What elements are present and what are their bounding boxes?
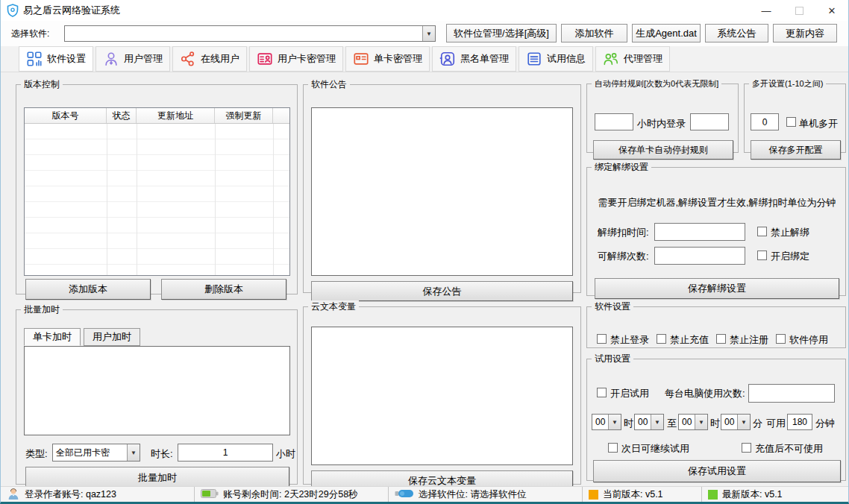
system-notice-button[interactable]: 系统公告 bbox=[705, 24, 768, 42]
version-table-header: 版本号 状态 更新地址 强制更新 bbox=[25, 108, 289, 124]
multi-open-count-input[interactable] bbox=[751, 113, 779, 130]
enable-bind-checkbox[interactable] bbox=[757, 251, 767, 260]
forbid-login-checkbox[interactable] bbox=[597, 334, 607, 344]
save-announcement-button[interactable]: 保存公告 bbox=[311, 281, 573, 301]
usb-drive-icon bbox=[395, 488, 414, 501]
toolbar: 选择软件: ▼ 软件位管理/选择[高级] 添加软件 生成Agent.dat 系统… bbox=[1, 21, 848, 46]
start-minute-value: 00 bbox=[635, 415, 651, 429]
next-day-trial-checkbox[interactable] bbox=[608, 443, 618, 453]
end-minute-combobox[interactable]: 00 ▼ bbox=[721, 414, 751, 430]
save-multi-open-button[interactable]: 保存多开配置 bbox=[751, 140, 841, 160]
available-label: 可用 bbox=[766, 417, 786, 430]
battery-icon bbox=[201, 488, 219, 501]
close-button[interactable]: ✕ bbox=[815, 0, 848, 21]
latest-version-icon bbox=[708, 490, 718, 500]
maximize-button[interactable] bbox=[783, 0, 815, 21]
unbind-deduct-time-input[interactable] bbox=[654, 223, 745, 241]
add-version-button[interactable]: 添加版本 bbox=[25, 279, 151, 300]
no-use-after-recharge-label: 充值后不可使用 bbox=[755, 442, 823, 456]
window-title: 易之盾云网络验证系统 bbox=[23, 4, 120, 17]
unbind-deduct-time-label: 解绑扣时间: bbox=[598, 226, 649, 239]
modules-icon bbox=[26, 51, 43, 67]
save-trial-settings-button[interactable]: 保存试用设置 bbox=[593, 460, 841, 482]
delete-version-button[interactable]: 删除版本 bbox=[161, 279, 286, 300]
ban-hours-input[interactable] bbox=[595, 113, 633, 130]
single-machine-multi-open-checkbox[interactable] bbox=[786, 117, 796, 127]
enable-trial-checkbox[interactable] bbox=[597, 388, 607, 397]
slot-manage-button[interactable]: 软件位管理/选择[高级] bbox=[446, 24, 557, 42]
ban-login-count-input[interactable] bbox=[690, 113, 729, 130]
batch-duration-input[interactable] bbox=[178, 444, 273, 462]
start-hour-combobox[interactable]: 00 ▼ bbox=[592, 414, 621, 430]
trial-available-minutes-input[interactable] bbox=[787, 414, 812, 430]
tab-user-management[interactable]: 用户管理 bbox=[95, 46, 170, 72]
tab-user-add-time[interactable]: 用户加时 bbox=[84, 328, 140, 346]
forbid-register-checkbox[interactable] bbox=[716, 334, 726, 344]
save-auto-ban-button[interactable]: 保存单卡自动停封规则 bbox=[593, 140, 733, 160]
trial-per-pc-count-input[interactable] bbox=[748, 384, 835, 403]
add-software-button[interactable]: 添加软件 bbox=[561, 24, 627, 42]
share-nodes-icon bbox=[180, 51, 196, 67]
ban-middle-label: 小时内登录 bbox=[637, 117, 686, 130]
header-update-url[interactable]: 更新地址 bbox=[137, 108, 215, 123]
current-version-icon bbox=[589, 490, 598, 500]
tab-agent-management[interactable]: 代理管理 bbox=[595, 46, 670, 72]
select-software-combobox[interactable]: ▼ bbox=[64, 25, 436, 42]
start-minute-combobox[interactable]: 00 ▼ bbox=[634, 414, 664, 430]
dropdown-arrow-icon[interactable]: ▼ bbox=[608, 415, 621, 429]
cloud-text-title: 云文本变量 bbox=[308, 300, 359, 313]
status-software-slot: 选择软件位: 请选择软件位 bbox=[388, 487, 582, 502]
dropdown-arrow-icon[interactable]: ▼ bbox=[127, 444, 140, 461]
forbid-unbind-checkbox[interactable] bbox=[757, 227, 767, 236]
dropdown-arrow-icon[interactable]: ▼ bbox=[695, 415, 707, 429]
generate-agent-button[interactable]: 生成Agent.dat bbox=[632, 24, 701, 42]
tab-software-settings[interactable]: 软件设置 bbox=[19, 46, 93, 72]
unbind-times-input[interactable] bbox=[654, 247, 745, 265]
card-icon bbox=[353, 51, 369, 67]
tab-blacklist-management[interactable]: 黑名单管理 bbox=[432, 46, 516, 72]
batch-cards-textarea[interactable] bbox=[24, 346, 290, 435]
forbid-recharge-label: 禁止充值 bbox=[670, 333, 709, 347]
header-version[interactable]: 版本号 bbox=[25, 108, 107, 123]
end-hour-combobox[interactable]: 00 ▼ bbox=[678, 414, 708, 430]
forbid-recharge-checkbox[interactable] bbox=[657, 334, 666, 344]
version-table-body[interactable] bbox=[25, 124, 289, 275]
batch-type-combobox[interactable]: 全部已用卡密 ▼ bbox=[52, 444, 140, 462]
version-control-group: 版本控制 版本号 状态 更新地址 强制更新 添加版本 删除版本 bbox=[16, 78, 298, 294]
tab-trial-info[interactable]: 试用信息 bbox=[519, 46, 593, 72]
minimize-button[interactable]: — bbox=[750, 0, 783, 21]
software-disable-label: 软件停用 bbox=[789, 333, 828, 347]
batch-type-label: 类型: bbox=[25, 447, 48, 461]
blacklist-user-icon bbox=[439, 51, 456, 67]
batch-add-time-title: 批量加时 bbox=[21, 303, 63, 316]
announcement-textarea[interactable] bbox=[311, 107, 573, 276]
column-divider bbox=[215, 124, 216, 275]
tab-user-card-management[interactable]: 用户卡密管理 bbox=[249, 46, 343, 72]
header-force-update[interactable]: 强制更新 bbox=[215, 108, 273, 123]
header-filler bbox=[273, 108, 289, 123]
header-status[interactable]: 状态 bbox=[107, 108, 137, 123]
dropdown-arrow-icon[interactable]: ▼ bbox=[422, 26, 435, 41]
auto-ban-title: 自动停封规则[次数为0代表无限制] bbox=[592, 78, 721, 89]
tab-label: 黑名单管理 bbox=[460, 52, 509, 66]
no-use-after-recharge-checkbox[interactable] bbox=[742, 443, 751, 453]
select-software-value bbox=[65, 26, 422, 41]
software-disable-checkbox[interactable] bbox=[776, 334, 786, 344]
column-divider bbox=[137, 124, 137, 275]
announcement-title: 软件公告 bbox=[308, 78, 350, 91]
tab-label: 单卡密管理 bbox=[374, 52, 422, 66]
multi-open-group: 多开设置(1-10之间) 单机多开 保存多开配置 bbox=[744, 78, 846, 153]
tab-single-card-management[interactable]: 单卡密管理 bbox=[345, 46, 430, 72]
update-content-button[interactable]: 更新内容 bbox=[773, 24, 837, 42]
dropdown-arrow-icon[interactable]: ▼ bbox=[651, 415, 663, 429]
per-pc-count-label: 每台电脑使用次数: bbox=[665, 387, 745, 400]
tab-online-users[interactable]: 在线用户 bbox=[172, 46, 247, 72]
tab-label: 软件设置 bbox=[47, 52, 86, 66]
dropdown-arrow-icon[interactable]: ▼ bbox=[737, 415, 750, 429]
save-unbind-settings-button[interactable]: 保存解绑设置 bbox=[595, 278, 839, 299]
app-shield-icon bbox=[7, 4, 19, 17]
batch-duration-label: 时长: bbox=[151, 447, 173, 461]
cloud-text-textarea[interactable] bbox=[311, 327, 573, 465]
unbind-times-label: 可解绑次数: bbox=[598, 250, 649, 263]
tab-card-add-time[interactable]: 单卡加时 bbox=[24, 328, 81, 346]
